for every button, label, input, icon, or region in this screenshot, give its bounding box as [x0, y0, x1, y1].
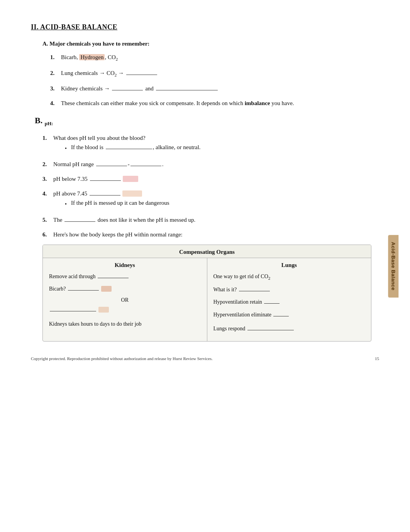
lungs-item-4: Hyperventilation eliminate [213, 311, 365, 319]
blank-field [98, 278, 129, 278]
item-content: Lung chemicals → CO2 → [61, 68, 379, 79]
footer: Copyright protected. Reproduction prohib… [31, 356, 379, 361]
lungs-item-3: Hypoventilation retain [213, 298, 365, 306]
item-text: Bicarb, Hydrogen, CO2 [61, 54, 118, 60]
kidneys-item-3 [49, 306, 201, 314]
item-content: The does not like it when the pH is mess… [53, 215, 379, 224]
item-num: 3. [50, 85, 61, 92]
sub-b: B. pH: 1. What does pH tell you about th… [35, 116, 379, 341]
highlight [122, 190, 142, 197]
list-item: 1. Bicarb, Hydrogen, CO2 [50, 53, 379, 63]
item-num: 6. [42, 231, 53, 238]
bullet-dot: ● [65, 145, 71, 151]
blank-field [106, 149, 152, 149]
item-num: 3. [42, 176, 53, 182]
item-num: 4. [50, 100, 61, 107]
sub-b-label: B. [35, 116, 45, 125]
list-item: 3. pH below 7.35 [42, 174, 379, 184]
bullet-text: If the blood is , alkaline, or neutral. [71, 143, 201, 152]
blank-field [130, 166, 161, 166]
item-content: Here's how the body keeps the pH within … [53, 230, 379, 239]
blank-field [112, 90, 143, 90]
sub-a-heading: A. Major chemicals you have to remember: [42, 41, 379, 47]
page: II. ACID-BASE BALANCE A. Major chemicals… [0, 0, 410, 372]
item-num: 1. [50, 54, 61, 61]
item-num: 1. [42, 135, 53, 141]
page-number: 15 [375, 356, 379, 361]
or-label: OR [49, 297, 201, 303]
blank-field [273, 316, 289, 316]
blank-field [96, 166, 127, 166]
kidneys-item-2: Bicarb? [49, 285, 201, 293]
lungs-heading: Lungs [213, 262, 365, 269]
table-columns: Kidneys Remove acid through Bicarb? OR K… [43, 258, 371, 341]
bold-word: imbalance [245, 100, 270, 106]
list-item: 3. Kidney chemicals → and [50, 84, 379, 93]
item-content: These chemicals can either make you sick… [61, 99, 379, 108]
item-content: Bicarb, Hydrogen, CO2 [61, 53, 379, 63]
bullet-dot: ● [65, 201, 71, 207]
item-content: Normal pH range -. [53, 160, 379, 169]
side-tab: Acid-Base Balance [388, 235, 399, 297]
blank-field [90, 180, 121, 181]
item-content: Kidney chemicals → and [61, 84, 379, 93]
blank-field [90, 195, 120, 195]
list-item: 4. These chemicals can either make you s… [50, 99, 379, 108]
list-item: 5. The does not like it when the pH is m… [42, 215, 379, 224]
item-content: What does pH tell you about the blood? ●… [53, 133, 379, 154]
sub-b-heading: B. pH: [35, 116, 379, 127]
kidneys-item-4: Kidneys takes hours to days to do their … [49, 320, 201, 328]
blank-field [156, 90, 218, 90]
lungs-item-5: Lungs respond [213, 325, 365, 333]
lungs-item-2: What is it? [213, 286, 365, 294]
item-num: 2. [42, 161, 53, 168]
highlight [123, 176, 138, 182]
item-num: 4. [42, 190, 53, 197]
kidneys-heading: Kidneys [49, 262, 201, 269]
blank-field [64, 221, 95, 222]
item-num: 2. [50, 70, 61, 76]
section-heading: II. ACID-BASE BALANCE [31, 23, 379, 31]
kidneys-column: Kidneys Remove acid through Bicarb? OR K… [43, 258, 207, 341]
table-title: Compensating Organs [43, 245, 371, 258]
blank-field [239, 291, 270, 291]
blank-field [247, 330, 294, 330]
blank-field [50, 311, 96, 311]
list-item: 2. Normal pH range -. [42, 160, 379, 169]
sub-a: A. Major chemicals you have to remember:… [42, 41, 379, 108]
blank-field [264, 303, 280, 304]
lungs-item-1: One way to get rid of CO2 [213, 272, 365, 282]
bullet-item: ● If the blood is , alkaline, or neutral… [65, 143, 379, 152]
list-item: 1. What does pH tell you about the blood… [42, 133, 379, 154]
bullet-text: If the pH is messed up it can be dangero… [71, 198, 169, 207]
sub-b-sub: pH: [45, 121, 53, 127]
bullet-item: ● If the pH is messed up it can be dange… [65, 198, 379, 207]
sub-a-list: 1. Bicarb, Hydrogen, CO2 2. Lung chemica… [50, 53, 379, 108]
highlight [101, 286, 112, 292]
blank-field [126, 75, 157, 75]
item-content: pH above 7.45 ● If the pH is messed up i… [53, 189, 379, 210]
sub-b-list: 1. What does pH tell you about the blood… [42, 133, 379, 239]
kidneys-item-1: Remove acid through [49, 272, 201, 281]
highlight: Hydrogen [79, 54, 105, 60]
highlight [98, 307, 109, 313]
list-item: 2. Lung chemicals → CO2 → [50, 68, 379, 79]
compensating-organs-table: Compensating Organs Kidneys Remove acid … [42, 245, 371, 342]
lungs-column: Lungs One way to get rid of CO2 What is … [207, 258, 371, 341]
blank-field [68, 290, 99, 291]
list-item: 6. Here's how the body keeps the pH with… [42, 230, 379, 239]
item-num: 5. [42, 217, 53, 223]
list-item: 4. pH above 7.45 ● If the pH is messed u… [42, 189, 379, 210]
item-content: pH below 7.35 [53, 174, 379, 184]
copyright-text: Copyright protected. Reproduction prohib… [31, 356, 213, 361]
